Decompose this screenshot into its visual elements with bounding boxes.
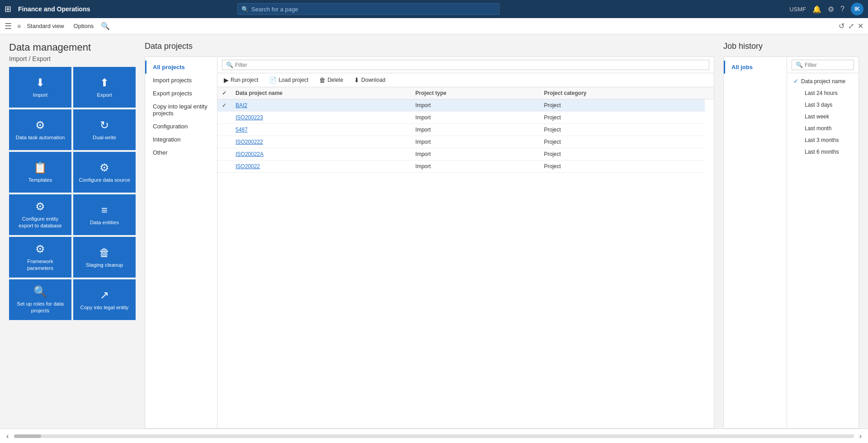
sidebar-item-copy-into-legal[interactable]: Copy into legal entity projects xyxy=(145,100,217,120)
settings-icon[interactable]: ⚙ xyxy=(828,5,834,14)
hamburger-icon[interactable]: ☰ xyxy=(5,21,12,31)
job-dropdown-item-last-month[interactable]: Last month xyxy=(787,123,859,134)
row-check[interactable] xyxy=(217,160,231,173)
sidebar-item-integration[interactable]: Integration xyxy=(145,133,217,146)
row-type: Import xyxy=(411,124,539,136)
dual-write-tile[interactable]: ↻ Dual-write xyxy=(73,109,136,150)
options-button[interactable]: Options xyxy=(70,21,98,31)
job-filter-input[interactable] xyxy=(805,62,850,68)
copy-into-legal-entity-label: Copy into legal entity xyxy=(80,304,129,311)
row-check[interactable] xyxy=(217,136,231,148)
job-dropdown-item-last-week[interactable]: Last week xyxy=(787,111,859,123)
row-check[interactable]: ✓ xyxy=(217,99,231,112)
download-icon: ⬇ xyxy=(354,76,359,84)
col-header-name: Data project name xyxy=(231,87,411,99)
grid-icon[interactable]: ⊞ xyxy=(5,4,11,14)
sidebar-item-all-projects[interactable]: All projects xyxy=(145,61,217,74)
next-nav-button[interactable]: › xyxy=(858,432,863,440)
import-export-title: Import / Export xyxy=(9,55,136,62)
row-name[interactable]: ISO200222 xyxy=(231,136,411,148)
table-row[interactable]: ISO200222 Import Project xyxy=(217,136,714,148)
row-category: Project xyxy=(539,136,705,148)
row-name[interactable]: 5487 xyxy=(231,124,411,136)
row-name[interactable]: ISO20022 xyxy=(231,160,411,173)
prev-nav-button[interactable]: ‹ xyxy=(5,432,10,440)
configure-entity-export-icon: ⚙ xyxy=(35,200,45,213)
avatar[interactable]: IK xyxy=(851,3,863,15)
row-name[interactable]: BAI2 xyxy=(231,99,411,112)
help-icon[interactable]: ? xyxy=(840,5,844,13)
configure-entity-export-tile[interactable]: ⚙ Configure entity export to database xyxy=(9,194,71,235)
toolbar-search-icon[interactable]: 🔍 xyxy=(101,22,110,30)
scrollbar-area[interactable] xyxy=(14,434,854,438)
data-projects-body: All projects Import projects Export proj… xyxy=(145,57,714,429)
standard-view-label[interactable]: Standard view xyxy=(23,20,68,32)
table-row[interactable]: ✓ BAI2 Import Project xyxy=(217,99,714,112)
main-content: Data management Import / Export ⬇ Import… xyxy=(0,34,868,429)
templates-tile[interactable]: 📋 Templates xyxy=(9,152,71,193)
job-sidebar: All jobs xyxy=(724,57,787,428)
framework-parameters-icon: ⚙ xyxy=(35,243,45,255)
set-up-roles-icon: 🔍 xyxy=(33,285,47,298)
staging-cleanup-label: Staging cleanup xyxy=(86,262,123,269)
job-dropdown-label: Last month xyxy=(805,125,831,132)
data-task-automation-tile[interactable]: ⚙ Data task automation xyxy=(9,109,71,150)
open-in-new-icon[interactable]: ⤢ xyxy=(848,22,854,30)
tile-grid: ⬇ Import ⬆ Export ⚙ Data task automation… xyxy=(9,67,136,320)
staging-cleanup-tile[interactable]: 🗑 Staging cleanup xyxy=(73,237,136,278)
copy-into-legal-entity-tile[interactable]: ↗ Copy into legal entity xyxy=(73,279,136,320)
row-check[interactable] xyxy=(217,124,231,136)
download-button[interactable]: ⬇ Download xyxy=(352,75,387,85)
scrollbar-thumb xyxy=(14,434,41,438)
check-icon: ✓ xyxy=(793,78,798,85)
run-project-icon: ▶ xyxy=(224,76,229,84)
sidebar-item-other[interactable]: Other xyxy=(145,146,217,159)
job-dropdown-label: Last 3 days xyxy=(805,102,832,108)
job-dropdown-item-last-3-months[interactable]: Last 3 months xyxy=(787,134,859,146)
import-icon: ⬇ xyxy=(36,76,45,89)
sidebar-item-all-jobs[interactable]: All jobs xyxy=(724,61,787,74)
job-dropdown-item-data-project-name[interactable]: ✓Data project name xyxy=(787,75,859,87)
refresh-icon[interactable]: ↺ xyxy=(839,22,844,30)
notification-icon[interactable]: 🔔 xyxy=(812,5,821,14)
data-entities-tile[interactable]: ≡ Data entities xyxy=(73,194,136,235)
table-row[interactable]: ISO200223 Import Project xyxy=(217,112,714,124)
configure-data-source-tile[interactable]: ⚙ Configure data source xyxy=(73,152,136,193)
framework-parameters-tile[interactable]: ⚙ Framework parameters xyxy=(9,237,71,278)
table-row[interactable]: ISO20022A Import Project xyxy=(217,148,714,160)
delete-button[interactable]: 🗑 Delete xyxy=(317,75,345,85)
import-tile[interactable]: ⬇ Import xyxy=(9,67,71,108)
close-icon[interactable]: ✕ xyxy=(858,22,863,30)
search-input[interactable] xyxy=(251,6,495,13)
set-up-roles-tile[interactable]: 🔍 Set up roles for data projects xyxy=(9,279,71,320)
row-name[interactable]: ISO20022A xyxy=(231,148,411,160)
sidebar-item-import-projects[interactable]: Import projects xyxy=(145,74,217,87)
row-category: Project xyxy=(539,99,705,112)
second-toolbar: ☰ ≡ Standard view Options 🔍 ↺ ⤢ ✕ xyxy=(0,18,868,34)
row-check[interactable] xyxy=(217,148,231,160)
table-row[interactable]: ISO20022 Import Project xyxy=(217,160,714,173)
job-dropdown-item-last-24-hours[interactable]: Last 24 hours xyxy=(787,87,859,99)
top-right-icons: USMF 🔔 ⚙ ? IK xyxy=(789,3,863,15)
sidebar-item-export-projects[interactable]: Export projects xyxy=(145,87,217,100)
projects-filter-input[interactable] xyxy=(235,62,705,68)
job-dropdown-item-last-3-days[interactable]: Last 3 days xyxy=(787,99,859,111)
job-filter: 🔍 xyxy=(787,57,859,73)
table-row[interactable]: 5487 Import Project xyxy=(217,124,714,136)
projects-filter-bar: 🔍 xyxy=(217,57,714,73)
job-dropdown-item-last-6-months[interactable]: Last 6 months xyxy=(787,146,859,158)
load-project-button[interactable]: 📄 Load project xyxy=(267,75,310,85)
user-code: USMF xyxy=(789,6,806,13)
page-title: Data management xyxy=(9,42,136,53)
row-name[interactable]: ISO200223 xyxy=(231,112,411,124)
search-bar[interactable]: 🔍 xyxy=(237,3,500,15)
row-check[interactable] xyxy=(217,112,231,124)
sidebar-item-configuration[interactable]: Configuration xyxy=(145,120,217,133)
run-project-button[interactable]: ▶ Run project xyxy=(222,75,260,85)
data-task-automation-label: Data task automation xyxy=(16,134,65,141)
configure-entity-export-label: Configure entity export to database xyxy=(14,216,66,229)
col-header-type: Project type xyxy=(411,87,539,99)
row-type: Import xyxy=(411,112,539,124)
load-project-icon: 📄 xyxy=(269,76,277,84)
export-tile[interactable]: ⬆ Export xyxy=(73,67,136,108)
